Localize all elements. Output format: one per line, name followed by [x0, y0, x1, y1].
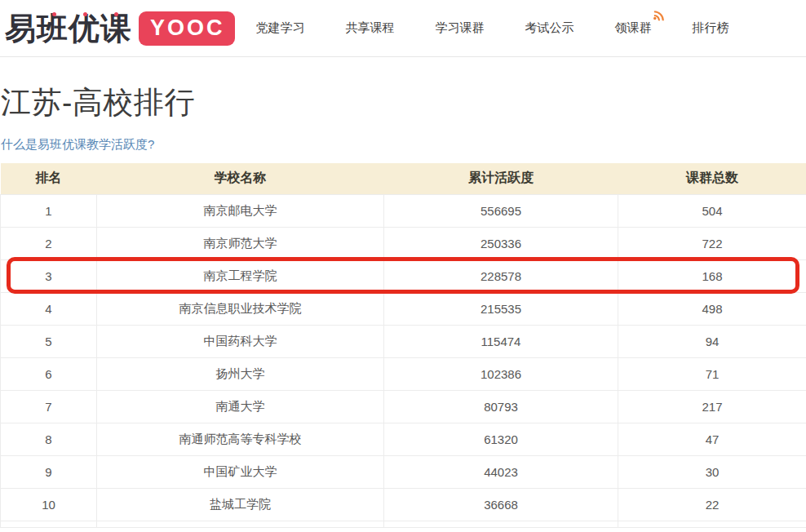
cell-school: 中国矿业大学 — [97, 455, 384, 488]
table-row: 10盐城工学院3666822 — [1, 488, 806, 521]
cell-rank: 5 — [1, 325, 97, 357]
table-row: 2南京师范大学250336722 — [1, 227, 806, 259]
cell-rank: 2 — [1, 227, 97, 259]
col-header-school: 学校名称 — [97, 163, 384, 194]
cell-school: 南京信息职业技术学院 — [97, 292, 384, 325]
cell-rank: 9 — [1, 455, 97, 488]
nav-item-claim-group[interactable]: 领课群 — [615, 20, 652, 36]
logo-accent-dot — [83, 12, 87, 16]
table-row: 7南通大学80793217 — [1, 390, 806, 423]
logo-accent-dot — [52, 12, 56, 16]
cell-activity: 556695 — [384, 194, 618, 227]
logo-accent-dot — [114, 12, 118, 16]
cell-empty — [97, 521, 384, 527]
logo-wordmark: 易班优课 — [5, 13, 132, 44]
col-header-groups: 课群总数 — [618, 163, 806, 194]
nav-item-exam-notice[interactable]: 考试公示 — [525, 20, 574, 36]
table-row: 9中国矿业大学4402330 — [1, 455, 806, 488]
cell-groups: 71 — [618, 357, 806, 390]
cell-rank: 8 — [1, 423, 97, 455]
table-row: 5中国药科大学11547494 — [1, 325, 806, 357]
main-nav: 党建学习 共享课程 学习课群 考试公示 领课群 排行榜 — [256, 20, 729, 36]
nav-item-shared-courses[interactable]: 共享课程 — [346, 20, 395, 36]
table-row: 3南京工程学院228578168 — [1, 259, 806, 292]
cell-groups: 722 — [618, 227, 806, 259]
cell-rank: 7 — [1, 390, 97, 423]
top-navigation-bar: 易班优课 YOOC 党建学习 共享课程 学习课群 考试公示 领课群 排行榜 — [0, 0, 806, 57]
cell-empty — [1, 521, 97, 527]
cell-empty — [618, 521, 806, 527]
page-title: 江苏-高校排行 — [1, 82, 806, 123]
table-row-partial — [1, 521, 806, 527]
cell-rank: 4 — [1, 292, 97, 325]
live-signal-icon — [653, 10, 665, 21]
cell-school: 南京邮电大学 — [97, 194, 384, 227]
cell-school: 南京工程学院 — [97, 259, 384, 292]
cell-school: 盐城工学院 — [97, 488, 384, 521]
cell-groups: 22 — [618, 488, 806, 521]
cell-activity: 80793 — [384, 390, 618, 423]
cell-school: 扬州大学 — [97, 357, 384, 390]
cell-school: 南通大学 — [97, 390, 384, 423]
cell-rank: 3 — [1, 259, 97, 292]
table-row: 8南通师范高等专科学校6132047 — [1, 423, 806, 455]
cell-activity: 102386 — [384, 357, 618, 390]
table-body: 1南京邮电大学5566955042南京师范大学2503367223南京工程学院2… — [1, 194, 806, 527]
cell-groups: 504 — [618, 194, 806, 227]
cell-groups: 30 — [618, 455, 806, 488]
table-header: 排名 学校名称 累计活跃度 课群总数 — [1, 163, 806, 194]
cell-groups: 217 — [618, 390, 806, 423]
cell-school: 中国药科大学 — [97, 325, 384, 357]
col-header-activity: 累计活跃度 — [384, 163, 618, 194]
nav-item-party-learning[interactable]: 党建学习 — [256, 20, 305, 36]
cell-groups: 498 — [618, 292, 806, 325]
col-header-rank: 排名 — [1, 163, 97, 194]
cell-activity: 215535 — [384, 292, 618, 325]
cell-groups: 94 — [618, 325, 806, 357]
yooc-logo[interactable]: 易班优课 YOOC — [5, 11, 235, 46]
cell-activity: 61320 — [384, 423, 618, 455]
cell-rank: 6 — [1, 357, 97, 390]
cell-school: 南通师范高等专科学校 — [97, 423, 384, 455]
cell-empty — [384, 521, 618, 527]
cell-activity: 228578 — [384, 259, 618, 292]
cell-activity: 115474 — [384, 325, 618, 357]
table-row: 6扬州大学10238671 — [1, 357, 806, 390]
cell-groups: 47 — [618, 423, 806, 455]
yooc-badge: YOOC — [139, 11, 235, 46]
ranking-table: 排名 学校名称 累计活跃度 课群总数 1南京邮电大学5566955042南京师范… — [0, 163, 806, 528]
cell-groups: 168 — [618, 259, 806, 292]
nav-item-rankings[interactable]: 排行榜 — [693, 20, 729, 36]
cell-activity: 250336 — [384, 227, 618, 259]
table-row: 4南京信息职业技术学院215535498 — [1, 292, 806, 325]
ranking-table-container: 排名 学校名称 累计活跃度 课群总数 1南京邮电大学5566955042南京师范… — [0, 163, 806, 528]
cell-rank: 10 — [1, 488, 97, 521]
cell-rank: 1 — [1, 194, 97, 227]
table-row: 1南京邮电大学556695504 — [1, 194, 806, 227]
cell-activity: 44023 — [384, 455, 618, 488]
cell-activity: 36668 — [384, 488, 618, 521]
nav-item-study-groups[interactable]: 学习课群 — [436, 20, 485, 36]
cell-school: 南京师范大学 — [97, 227, 384, 259]
activity-help-link[interactable]: 什么是易班优课教学活跃度? — [1, 137, 154, 153]
